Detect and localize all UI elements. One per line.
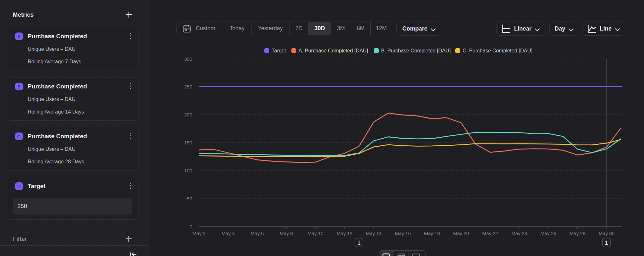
- svg-text:May 12: May 12: [336, 231, 352, 236]
- svg-text:200: 200: [184, 112, 192, 117]
- svg-text:May 26: May 26: [540, 231, 556, 236]
- svg-text:May 18: May 18: [424, 231, 440, 236]
- svg-text:300: 300: [184, 56, 192, 62]
- svg-text:1: 1: [357, 240, 361, 246]
- svg-text:May 10: May 10: [308, 231, 323, 236]
- svg-text:May 24: May 24: [511, 231, 527, 236]
- svg-text:150: 150: [184, 140, 192, 145]
- svg-text:0: 0: [190, 224, 192, 229]
- svg-text:May 16: May 16: [395, 231, 411, 236]
- svg-text:May 28: May 28: [570, 231, 585, 236]
- svg-text:May 20: May 20: [453, 231, 469, 236]
- svg-text:May 14: May 14: [366, 231, 382, 236]
- svg-text:May 22: May 22: [482, 231, 498, 236]
- svg-text:May 6: May 6: [251, 231, 264, 236]
- svg-text:May 2: May 2: [193, 231, 206, 236]
- svg-text:100: 100: [184, 168, 192, 173]
- svg-text:50: 50: [187, 196, 192, 201]
- svg-text:May 4: May 4: [222, 231, 235, 236]
- svg-text:1: 1: [605, 240, 608, 246]
- svg-text:250: 250: [184, 84, 192, 89]
- svg-text:May 30: May 30: [599, 231, 614, 236]
- svg-text:May 8: May 8: [280, 231, 293, 236]
